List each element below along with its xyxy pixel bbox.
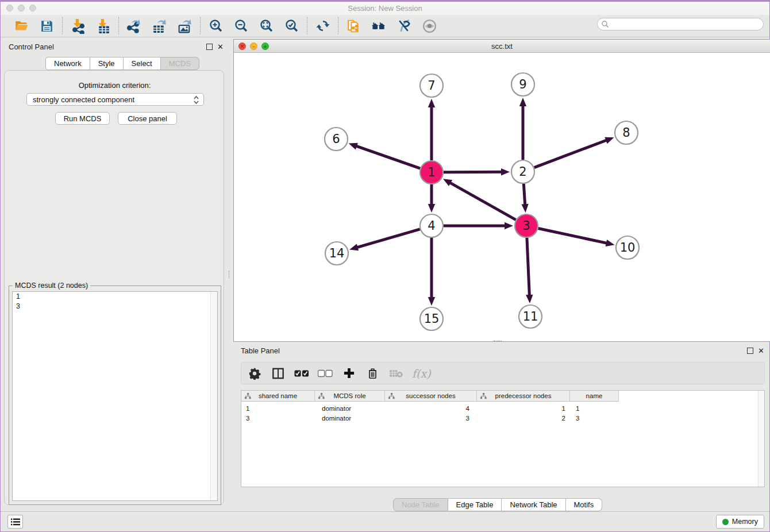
column-header-successor-nodes[interactable]: successor nodes	[385, 391, 477, 402]
application-window: Session: New Session	[0, 0, 770, 532]
cell-successor-nodes[interactable]: 3	[385, 413, 477, 423]
column-header-shared-name[interactable]: shared name	[241, 391, 315, 402]
tab-style[interactable]: Style	[90, 57, 124, 70]
vertical-splitter[interactable]	[229, 271, 230, 279]
search-input[interactable]	[609, 20, 763, 29]
tree-icon	[480, 393, 487, 400]
import-network-icon[interactable]	[70, 18, 86, 34]
graph-node-label: 6	[332, 132, 340, 146]
tab-motifs[interactable]: Motifs	[566, 498, 603, 511]
preview-eye-icon[interactable]	[422, 18, 437, 34]
tab-edge-table[interactable]: Edge Table	[448, 498, 502, 511]
graph-node-label: 10	[620, 241, 636, 255]
graph-edge-3-1[interactable]	[449, 183, 515, 220]
graphics-details-icon[interactable]	[396, 18, 412, 34]
tab-node-table[interactable]: Node Table	[393, 498, 448, 511]
graph-node-label: 2	[519, 165, 526, 179]
cell-name[interactable]: 3	[570, 413, 619, 423]
tab-mcds[interactable]: MCDS	[161, 57, 199, 70]
deselect-all-icon[interactable]	[318, 366, 333, 381]
tab-network[interactable]: Network	[45, 57, 90, 70]
close-panel-button[interactable]: Close panel	[118, 112, 177, 125]
main-toolbar	[1, 15, 769, 37]
graph-edge-3-11[interactable]	[527, 238, 529, 296]
table-panel-close-icon[interactable]: ✕	[758, 346, 764, 355]
graph-node-label: 9	[519, 78, 526, 91]
graph-edge-2-8[interactable]	[534, 140, 607, 168]
cell-predecessor-nodes[interactable]: 1	[477, 403, 570, 413]
node-table-header: shared name MCDS role successor nodes pr…	[241, 391, 619, 402]
import-table-icon[interactable]	[95, 18, 111, 34]
cell-shared-name[interactable]: 1	[241, 403, 315, 413]
table-row[interactable]: 3 dominator 3 2 3	[241, 413, 619, 423]
status-bar: Memory	[1, 511, 769, 531]
memory-label: Memory	[732, 518, 758, 526]
tree-icon	[245, 393, 251, 400]
zoom-fit-icon[interactable]	[259, 18, 274, 34]
graph-edge-4-14[interactable]	[357, 229, 420, 248]
graph-edge-3-10[interactable]	[538, 228, 607, 243]
task-history-button[interactable]	[7, 515, 23, 529]
cell-mcds-role[interactable]: dominator	[315, 403, 385, 413]
graph-edge-2-3[interactable]	[523, 184, 525, 205]
cell-mcds-role[interactable]: dominator	[315, 413, 385, 423]
graph-edge-arrowhead	[428, 297, 435, 306]
selected-criterion: strongly connected component	[33, 95, 134, 104]
tab-select[interactable]: Select	[124, 57, 161, 70]
cell-successor-nodes[interactable]: 4	[385, 403, 477, 413]
search-box	[597, 18, 764, 30]
table-toolbar: f(x)	[241, 362, 765, 384]
table-scrollbar[interactable]	[758, 391, 764, 487]
column-visibility-icon[interactable]	[271, 366, 286, 381]
clone-network-icon[interactable]	[346, 18, 361, 34]
result-scrollbar[interactable]	[210, 292, 217, 500]
save-session-icon[interactable]	[39, 18, 55, 34]
cell-predecessor-nodes[interactable]: 2	[477, 413, 570, 423]
graph-edge-arrowhead	[505, 222, 513, 229]
tree-icon	[318, 393, 325, 400]
mcds-result-line: 3	[13, 302, 217, 311]
window-titlebar: Session: New Session	[1, 2, 769, 15]
run-mcds-button[interactable]: Run MCDS	[55, 112, 110, 125]
zoom-out-icon[interactable]	[233, 18, 249, 34]
export-network-icon[interactable]	[126, 18, 142, 34]
horizontal-splitter[interactable]	[494, 341, 502, 342]
graph-edge-arrowhead	[605, 137, 614, 144]
apply-layout-icon[interactable]	[315, 18, 330, 34]
column-header-name[interactable]: name	[570, 391, 619, 402]
table-settings-icon[interactable]	[247, 366, 262, 381]
select-all-icon[interactable]	[294, 366, 309, 381]
zoom-in-icon[interactable]	[208, 18, 224, 34]
graph-edge-arrowhead	[349, 244, 359, 250]
control-panel-tabs: Network Style Select MCDS	[45, 57, 199, 70]
cell-shared-name[interactable]: 3	[241, 413, 315, 423]
mcds-result-area[interactable]: 1 3	[12, 291, 218, 501]
delete-column-icon[interactable]	[365, 366, 380, 381]
export-table-icon[interactable]	[152, 18, 167, 34]
column-label: MCDS role	[333, 392, 365, 399]
home-networks-icon[interactable]	[371, 18, 387, 34]
graph-node-label: 8	[622, 126, 630, 140]
tab-network-table[interactable]: Network Table	[502, 498, 565, 511]
control-panel-close-icon[interactable]: ✕	[217, 43, 224, 51]
open-session-icon[interactable]	[14, 18, 29, 34]
cell-name[interactable]: 1	[570, 403, 619, 413]
graph-edge-1-6[interactable]	[356, 146, 420, 168]
graph-node-label: 3	[522, 219, 530, 233]
table-panel-float-icon[interactable]	[747, 348, 753, 354]
graph-edge-1-2[interactable]	[444, 172, 502, 172]
network-view-window: ✕ – + scc.txt 1234678910111415	[233, 39, 770, 342]
column-label: shared name	[259, 392, 297, 399]
mcds-panel: Optimization criterion: strongly connect…	[4, 70, 224, 505]
column-header-mcds-role[interactable]: MCDS role	[315, 391, 385, 402]
export-image-icon[interactable]	[177, 18, 192, 34]
add-column-icon[interactable]	[341, 366, 356, 381]
network-graph[interactable]: 1234678910111415	[234, 53, 770, 341]
optimization-criterion-select[interactable]: strongly connected component	[26, 93, 204, 106]
graph-edge-arrowhead	[349, 143, 358, 150]
memory-button[interactable]: Memory	[716, 515, 764, 529]
control-panel-float-icon[interactable]	[206, 44, 213, 50]
column-header-predecessor-nodes[interactable]: predecessor nodes	[477, 391, 570, 402]
table-row[interactable]: 1 dominator 4 1 1	[241, 403, 619, 413]
zoom-selected-icon[interactable]	[284, 18, 299, 34]
